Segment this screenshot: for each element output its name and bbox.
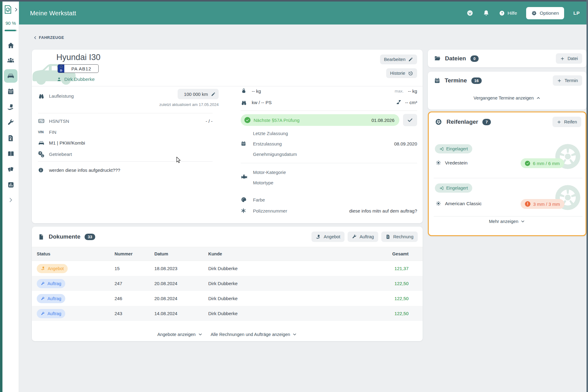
license-plate: D PA AB12: [58, 64, 99, 73]
sidebar-item-calendar[interactable]: [4, 85, 17, 98]
last-registration-row: Letzte Zulassung: [241, 128, 417, 138]
tire-item[interactable]: American Classic: [435, 201, 482, 206]
summer-tire-icon: [435, 201, 441, 206]
documents-title: Dokumente: [49, 233, 80, 240]
main-content: FAHRZEUGE Hyundai I30 D PA AB12 Dirk Dub…: [19, 24, 586, 392]
wheel-icon: [435, 118, 442, 126]
user-avatar[interactable]: LP: [573, 10, 580, 16]
tire-item[interactable]: Vredestein: [435, 160, 468, 166]
calendar-icon: [241, 141, 253, 146]
table-row[interactable]: Auftrag 243 14.08.2024 Dirk Dubberke 122…: [32, 306, 423, 321]
sidebar-item-orders[interactable]: [4, 116, 17, 129]
hsn-label: HSN/TSN: [49, 119, 69, 124]
show-offers-link[interactable]: Angebote anzeigen: [157, 332, 203, 337]
status-badge: Angebot: [37, 264, 68, 273]
app-logo-icon[interactable]: [3, 4, 13, 15]
table-row[interactable]: Angebot 15 18.08.2023 Dirk Dubberke 121,…: [32, 261, 423, 276]
sidebar-item-labels[interactable]: [4, 162, 17, 176]
appointments-count-badge: 16: [471, 77, 482, 84]
smiley-icon[interactable]: [466, 9, 473, 17]
table-row[interactable]: Auftrag 247 20.08.2024 Dirk Dubberke 122…: [32, 276, 423, 291]
chevron-right-icon: [8, 197, 14, 203]
wrench-icon: [41, 311, 45, 316]
mileage-label: Laufleistung: [49, 93, 74, 99]
inspection-label: Nächste §57A Prüfung: [254, 118, 300, 123]
sidebar-item-statistics[interactable]: [4, 178, 17, 191]
sidebar-accent-stripe: [0, 0, 2, 392]
sidebar-item-invoices[interactable]: [4, 131, 17, 145]
plus-icon: [557, 120, 561, 124]
owner-name: Dirk Dubberke: [64, 77, 95, 82]
weight-icon: [241, 88, 252, 94]
policy-label: Polizzennummer: [253, 208, 287, 213]
bell-icon[interactable]: [483, 9, 490, 17]
add-tire-button[interactable]: Reifen: [552, 117, 581, 127]
options-button[interactable]: Optionen: [526, 7, 564, 19]
new-invoice-button[interactable]: Rechnung: [381, 232, 418, 242]
vehicle-owner-link[interactable]: Dirk Dubberke: [56, 77, 95, 82]
tread-depth-badge: 6 mm / 6 mm: [521, 158, 564, 168]
policy-row: Polizzennummer diese infos mitn auf dem …: [241, 205, 417, 216]
wrench-icon: [41, 296, 45, 301]
new-order-button[interactable]: Auftrag: [348, 232, 378, 242]
vehicle-class-row: M1 | PKW/Kombi: [38, 138, 213, 148]
idcard-icon: [38, 118, 49, 124]
new-offer-button[interactable]: Angebot: [311, 232, 345, 242]
help-button[interactable]: Hilfe: [499, 10, 517, 16]
palette-icon: [241, 197, 253, 203]
pencil-icon: [211, 92, 216, 96]
add-appointment-button[interactable]: Termin: [553, 75, 582, 86]
motor-category-row: Motor-Kategorie: [241, 167, 417, 177]
car-icon: [38, 140, 49, 146]
binoculars-icon: [241, 99, 252, 106]
offer-icon: [7, 104, 15, 111]
sidebar-item-customers[interactable]: [4, 54, 17, 67]
first-registration-value: 08.09.2020: [394, 141, 417, 146]
app-title: Meine Werkstatt: [30, 9, 76, 17]
plate-country-strip: D: [58, 65, 64, 73]
edit-label: Bearbeiten: [384, 57, 405, 62]
gear-icon: [531, 10, 537, 16]
sidebar-item-home[interactable]: [4, 39, 17, 52]
customers-icon: [7, 57, 15, 65]
past-appointments-link[interactable]: Vergangene Termine anzeigen: [473, 96, 541, 100]
col-gesamt: Gesamt: [366, 251, 409, 256]
offer-icon: [316, 234, 321, 239]
order-label: Auftrag: [360, 234, 374, 239]
sidebar-item-offers[interactable]: [4, 100, 17, 114]
hsn-row: HSN/TSN - / -: [38, 116, 213, 126]
calendar-icon: [434, 77, 440, 84]
sidebar: 90 %: [2, 2, 19, 392]
options-label: Optionen: [540, 10, 559, 16]
chart-icon: [7, 181, 14, 188]
add-file-button[interactable]: Datei: [556, 53, 582, 64]
mileage-value-chip[interactable]: 100 000 km: [178, 89, 219, 99]
sidebar-item-vehicles[interactable]: [4, 69, 17, 83]
vehicle-card: Hyundai I30 D PA AB12 Dirk Dubberke Bear…: [32, 50, 423, 223]
piston-icon: [396, 100, 401, 105]
help-icon: [499, 10, 505, 16]
sidebar-item-catalog[interactable]: [4, 147, 17, 160]
inspection-confirm-button[interactable]: [403, 114, 417, 126]
check-icon: [407, 117, 413, 123]
plate-number: PA AB12: [64, 65, 98, 73]
history-button[interactable]: Historie: [386, 68, 417, 78]
show-more-tires-link[interactable]: Mehr anzeigen: [489, 219, 526, 224]
app-header: Meine Werkstatt Hilfe Optionen LP: [19, 2, 586, 24]
breadcrumb[interactable]: FAHRZEUGE: [33, 36, 64, 40]
check-circle-icon: [244, 117, 251, 123]
documents-card: Dokumente 33 Angebot Auftrag Rechnung St…: [32, 227, 423, 341]
vehicle-class-value: M1 | PKW/Kombi: [49, 140, 85, 146]
asterisk-icon: [241, 208, 253, 213]
col-kunde: Kunde: [208, 251, 366, 256]
sidebar-item-more[interactable]: [4, 193, 17, 207]
table-row[interactable]: Auftrag 246 20.08.2024 Dirk Dubberke 122…: [32, 291, 423, 306]
tags-icon: [7, 165, 14, 173]
sidebar-expand-icon[interactable]: [13, 7, 19, 12]
show-all-invoices-orders-link[interactable]: Alle Rechnungen und Aufträge anzeigen: [211, 332, 297, 337]
stored-icon: [439, 147, 444, 151]
hsn-value: - / -: [206, 119, 213, 124]
table-header: Status Nummer Datum Kunde Gesamt: [32, 247, 423, 261]
capacity-progressbar: [5, 30, 17, 31]
edit-button[interactable]: Bearbeiten: [380, 55, 417, 64]
